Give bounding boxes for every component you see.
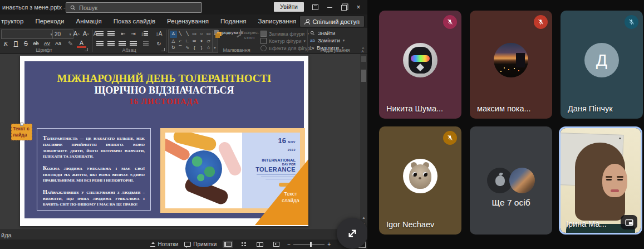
slide-left-text-tag[interactable]: Текст слайда bbox=[11, 124, 32, 140]
normal-view-button[interactable] bbox=[223, 241, 233, 248]
zoom-in-icon[interactable]: + bbox=[327, 241, 331, 247]
scrollbar-thumb-top[interactable] bbox=[361, 56, 366, 62]
text-direction-button[interactable]: ↕А bbox=[154, 30, 164, 38]
restore-button[interactable] bbox=[340, 3, 348, 12]
tab-slideshow[interactable]: Показ слайдів bbox=[107, 18, 161, 25]
slide-body-textbox[interactable]: ТОЛЕРАНТНІСТЬ — ЦЕ НАБАГАТО БІЛЬШЕ, НІЖ … bbox=[37, 128, 151, 211]
quick-styles-icon bbox=[240, 30, 241, 36]
shape-outline-button[interactable]: Контур фігури▾ bbox=[260, 38, 306, 44]
participant-tile[interactable]: Д Даня Пінчук bbox=[561, 11, 643, 119]
italic-button[interactable]: К bbox=[1, 40, 11, 48]
numbering-button[interactable] bbox=[106, 30, 116, 38]
shape-elbow-icon[interactable]: ⌐ bbox=[177, 38, 184, 45]
shape-fill-button[interactable]: Заливка фігури▾ bbox=[260, 31, 309, 37]
shape-ellipse-icon[interactable]: ○ bbox=[198, 31, 205, 38]
shrink-font-button[interactable]: А˅ bbox=[81, 30, 91, 38]
slide-sorter-view-button[interactable] bbox=[239, 241, 249, 248]
previous-slide-button[interactable]: ▲ bbox=[362, 216, 366, 219]
zoom-slider[interactable] bbox=[293, 244, 325, 245]
mic-muted-badge bbox=[534, 15, 548, 29]
slideshow-view-button[interactable] bbox=[271, 241, 281, 248]
ribbon-options-icon bbox=[312, 4, 318, 10]
search-input[interactable]: Пошук bbox=[66, 2, 202, 13]
minimize-tile-button[interactable] bbox=[621, 215, 637, 230]
columns-button[interactable] bbox=[140, 40, 151, 48]
align-left-button[interactable] bbox=[95, 40, 105, 48]
more-participants-tile[interactable]: Ще 7 осіб bbox=[470, 126, 552, 235]
replace-button[interactable]: ab Замінити▾ bbox=[310, 37, 345, 43]
mic-off-icon bbox=[446, 18, 454, 26]
strikethrough-button[interactable]: S bbox=[21, 40, 31, 48]
character-spacing-button[interactable]: AV bbox=[42, 40, 52, 48]
comments-icon bbox=[184, 242, 191, 247]
shape-corner-icon[interactable]: ∟ bbox=[184, 38, 191, 45]
align-right-button[interactable] bbox=[117, 40, 127, 48]
font-size-combo[interactable]: 20▾ bbox=[52, 30, 73, 39]
line-spacing-button[interactable]: ↕ bbox=[139, 30, 150, 38]
zoom-out-icon[interactable]: − bbox=[287, 241, 291, 247]
shape-pentagon-icon[interactable]: ⋄ bbox=[198, 38, 205, 45]
scrollbar-thumb[interactable] bbox=[361, 70, 366, 82]
bullets-button[interactable] bbox=[95, 30, 105, 38]
increase-indent-button[interactable]: ⇥ bbox=[128, 30, 139, 38]
justify-button[interactable] bbox=[128, 40, 139, 48]
close-button[interactable]: × bbox=[354, 3, 363, 12]
poster-heading1: INTERNATIONAL bbox=[247, 158, 296, 163]
sign-in-button[interactable]: Увійти bbox=[274, 2, 304, 12]
zoom-control[interactable]: − + bbox=[287, 241, 331, 247]
status-upper-strip: йда bbox=[0, 230, 367, 240]
find-button[interactable]: Знайти bbox=[310, 30, 335, 36]
font-dialog-launcher[interactable] bbox=[85, 48, 88, 51]
font-group-label: Шрифт bbox=[0, 47, 88, 53]
quick-styles-button[interactable]: Експрес-стилі bbox=[239, 30, 259, 40]
shape-arrow-icon[interactable]: ╲ bbox=[184, 31, 191, 38]
tab-design[interactable]: труктор bbox=[0, 18, 30, 25]
shape-line-icon[interactable]: ╲ bbox=[177, 31, 184, 38]
shape-rect-icon[interactable]: ▭ bbox=[191, 31, 198, 38]
shape-triangle-icon[interactable]: △ bbox=[170, 38, 177, 45]
ribbon-display-options-button[interactable] bbox=[311, 3, 319, 12]
tab-transitions[interactable]: Переходи bbox=[30, 18, 70, 25]
participant-tile[interactable]: максим пока... bbox=[470, 11, 552, 119]
avatar bbox=[509, 168, 535, 193]
expand-overlay-button[interactable] bbox=[337, 218, 368, 249]
font-color-button[interactable]: А bbox=[77, 40, 86, 48]
slide-background: МІЖНАРОДНИЙ ДЕНЬ ТОЛЕРАНТНОСТІ ЩОРІЧНО В… bbox=[24, 61, 304, 218]
tab-review[interactable]: Рецензування bbox=[161, 18, 215, 25]
convert-smartart-button[interactable]: ↻ bbox=[154, 40, 164, 48]
ribbon-tabs: труктор Переходи Анімація Показ слайдів … bbox=[0, 14, 367, 28]
change-case-button[interactable]: Aa bbox=[53, 40, 63, 48]
underline-button[interactable]: П bbox=[11, 40, 21, 48]
active-speaker-video-tile[interactable]: Ірина Ма... bbox=[559, 126, 642, 235]
ribbon: ▾ 20▾ А˄ А˅ А К П S ab AV Aa ✎ А Шрифт ⇤… bbox=[0, 28, 367, 54]
grow-font-button[interactable]: А˄ bbox=[72, 30, 81, 38]
notes-toggle[interactable]: Нотатки bbox=[150, 241, 178, 247]
minimize-button[interactable] bbox=[325, 3, 334, 12]
slide[interactable]: МІЖНАРОДНИЙ ДЕНЬ ТОЛЕРАНТНОСТІ ЩОРІЧНО В… bbox=[20, 56, 308, 226]
mic-off-icon bbox=[446, 134, 454, 141]
shape-rounded-rect-icon[interactable]: ▭ bbox=[205, 31, 212, 38]
tab-record[interactable]: Записування bbox=[252, 18, 302, 25]
participant-tile[interactable]: Никита Шума... bbox=[379, 11, 461, 119]
decrease-indent-button[interactable]: ⇤ bbox=[118, 30, 129, 38]
zoom-slider-thumb[interactable] bbox=[310, 242, 312, 247]
tab-view[interactable]: Подання bbox=[215, 18, 252, 25]
participant-tile[interactable]: Igor Nechaev bbox=[379, 126, 461, 235]
comments-toggle[interactable]: Примітки bbox=[184, 241, 217, 247]
shape-textbox-icon[interactable]: А bbox=[170, 31, 177, 38]
corner-triangle-label: Текст слайда bbox=[275, 191, 306, 204]
subscript-button[interactable]: ab bbox=[31, 40, 41, 48]
share-button[interactable]: Спільний доступ bbox=[299, 16, 365, 27]
font-name-combo[interactable]: ▾ bbox=[1, 30, 55, 39]
poster-heading3: TOLERANCE bbox=[247, 166, 296, 173]
vertical-scrollbar[interactable]: ˄ ▲ ▼ bbox=[360, 54, 367, 230]
tab-animations[interactable]: Анімація bbox=[70, 18, 107, 25]
shape-parallelogram-icon[interactable]: ▱ bbox=[205, 38, 212, 45]
paragraph-dialog-launcher[interactable] bbox=[161, 48, 165, 51]
reading-view-button[interactable] bbox=[255, 241, 265, 248]
arrange-button[interactable]: Упорядкувати bbox=[214, 30, 239, 35]
mic-muted-badge bbox=[625, 15, 638, 29]
align-center-button[interactable] bbox=[106, 40, 116, 48]
shape-block-arrow-icon[interactable]: ⇨ bbox=[191, 38, 198, 45]
highlight-color-button[interactable]: ✎ bbox=[66, 40, 75, 48]
